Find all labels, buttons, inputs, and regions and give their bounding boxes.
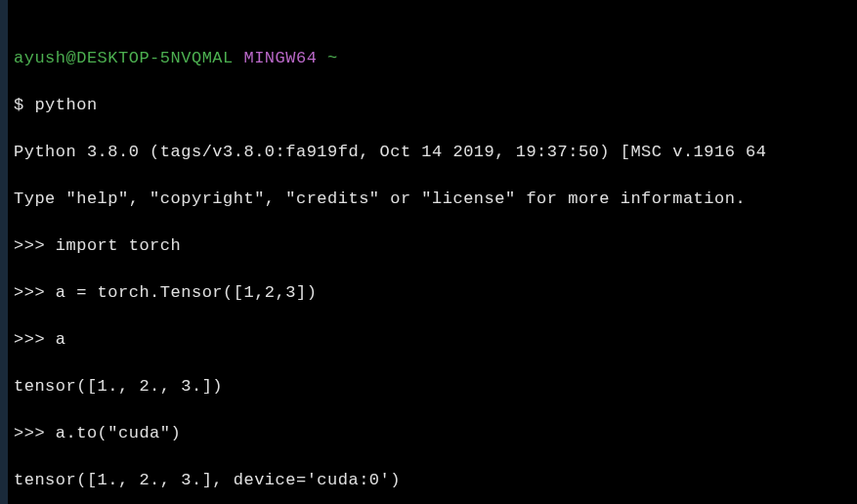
prompt-user-host: ayush@DESKTOP-5NVQMAL	[14, 49, 234, 67]
repl-input: >>> import torch	[14, 234, 857, 258]
terminal-output[interactable]: ayush@DESKTOP-5NVQMAL MINGW64 ~ $ python…	[14, 23, 857, 504]
window-edge	[0, 0, 8, 504]
repl-input: >>> a	[14, 328, 857, 352]
repl-input: >>> a.to("cuda")	[14, 422, 857, 445]
prompt-path: ~	[327, 49, 338, 67]
command-line: $ python	[14, 94, 857, 117]
shell-prompt: ayush@DESKTOP-5NVQMAL MINGW64 ~	[14, 47, 857, 70]
python-banner: Python 3.8.0 (tags/v3.8.0:fa919fd, Oct 1…	[14, 141, 857, 164]
repl-input: >>> a = torch.Tensor([1,2,3])	[14, 281, 857, 305]
python-help: Type "help", "copyright", "credits" or "…	[14, 188, 857, 211]
repl-output: tensor([1., 2., 3.], device='cuda:0')	[14, 469, 857, 492]
prompt-env: MINGW64	[243, 49, 317, 67]
repl-output: tensor([1., 2., 3.])	[14, 375, 857, 399]
